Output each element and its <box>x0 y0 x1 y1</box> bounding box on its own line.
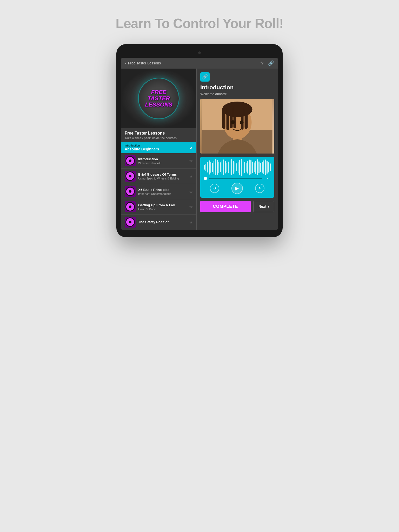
right-column: 🔗 Introduction Welcome aboard! <box>196 69 278 230</box>
top-bar: ‹ Free Taster Lessons ☆ 🔗 <box>121 58 278 69</box>
wave-bar <box>235 162 235 172</box>
wave-bar <box>230 160 230 175</box>
lesson-title: X5 Basic Principles <box>138 188 187 192</box>
lesson-text: Getting Up From A Fall How It's Done <box>138 203 187 211</box>
lesson-title: Introduction <box>138 157 187 161</box>
wave-bar <box>227 163 227 172</box>
svg-point-10 <box>231 120 235 124</box>
wave-bar <box>260 163 261 172</box>
back-navigation[interactable]: ‹ Free Taster Lessons <box>125 61 161 65</box>
tablet-frame: ‹ Free Taster Lessons ☆ 🔗 FREE TA <box>116 44 283 237</box>
lesson-thumbnail <box>125 171 136 182</box>
wave-bar <box>212 163 213 172</box>
wave-bar <box>225 161 225 174</box>
course-hero: FREE TASTER LESSONS <box>121 69 196 128</box>
favorite-icon[interactable]: ☆ <box>189 220 193 225</box>
wave-bar <box>247 161 248 174</box>
wave-bar <box>255 161 256 174</box>
left-column: FREE TASTER LESSONS Free Taster Lessons … <box>121 69 196 230</box>
progress-line <box>209 178 262 179</box>
module-name: Absolute Beginners <box>125 147 159 151</box>
play-button[interactable]: ▶ <box>231 183 243 194</box>
wave-bar <box>236 163 237 171</box>
next-button[interactable]: Next › <box>253 201 274 212</box>
wave-bar <box>268 162 269 172</box>
wave-bar <box>258 161 259 173</box>
course-subtitle: Take a sneak peek inside the courses <box>125 136 193 140</box>
progress-indicator <box>204 177 207 180</box>
wave-bar <box>215 159 216 175</box>
wave-bar <box>239 160 240 175</box>
action-bar: COMPLETE Next › <box>200 201 274 212</box>
hero-text: FREE TASTER LESSONS <box>145 89 172 108</box>
wave-bar <box>209 160 210 175</box>
wave-bar <box>207 162 208 172</box>
lesson-text: Brief Glossary Of Terms Using Specific W… <box>138 172 187 180</box>
wave-bar <box>265 159 266 175</box>
wave-bar <box>263 160 264 174</box>
tablet-screen: ‹ Free Taster Lessons ☆ 🔗 FREE TA <box>121 58 278 230</box>
lesson-list: Introduction Welcome aboard! ☆ Brief Glo… <box>121 153 196 230</box>
back-chevron-icon: ‹ <box>125 61 127 65</box>
wave-bar <box>218 162 219 173</box>
lesson-thumbnail <box>125 155 136 166</box>
list-item[interactable]: Getting Up From A Fall How It's Done ☆ <box>121 199 196 215</box>
progress-row: —•— <box>204 177 271 180</box>
wave-bar <box>270 163 271 171</box>
page-headline: Learn To Control Your Roll! <box>116 16 283 31</box>
lesson-thumbnail <box>125 217 136 228</box>
wave-bar <box>205 164 206 171</box>
lesson-subtitle: Welcome aboard! <box>138 162 187 165</box>
collapse-icon: ∧ <box>190 145 193 150</box>
wave-bar <box>210 162 211 173</box>
svg-rect-9 <box>241 107 243 130</box>
wave-bar <box>252 162 253 173</box>
lesson-text: X5 Basic Principles Important Understand… <box>138 188 187 195</box>
audio-player: —•— ↺ 15 ▶ ↻ 15 <box>200 157 274 198</box>
wave-bar <box>214 161 214 174</box>
wave-bar <box>249 159 250 175</box>
lesson-subtitle: Important Understandings <box>138 192 187 195</box>
complete-button[interactable]: COMPLETE <box>200 201 251 212</box>
svg-rect-7 <box>233 105 236 128</box>
next-label: Next <box>258 204 266 209</box>
wave-bar <box>246 163 247 172</box>
wave-bar <box>233 161 234 174</box>
wave-bar <box>223 159 224 175</box>
module-header[interactable]: Introduction Absolute Beginners ∧ <box>121 142 196 153</box>
link-icon[interactable]: 🔗 <box>268 60 274 66</box>
wave-bar <box>222 161 222 174</box>
list-item[interactable]: Brief Glossary Of Terms Using Specific W… <box>121 169 196 184</box>
lesson-title: The Safety Position <box>138 220 187 224</box>
link-badge: 🔗 <box>200 72 210 82</box>
wave-bar <box>241 159 242 176</box>
lesson-subtitle: Using Specific Wheels & Edging <box>138 177 187 180</box>
rewind-button[interactable]: ↺ 15 <box>210 184 219 193</box>
time-display: —•— <box>264 177 271 180</box>
course-info: Free Taster Lessons Take a sneak peek in… <box>121 128 196 142</box>
favorite-icon[interactable]: ☆ <box>189 158 193 163</box>
module-label: Introduction <box>125 144 159 147</box>
favorite-icon[interactable]: ☆ <box>189 204 193 209</box>
svg-rect-4 <box>222 108 225 129</box>
video-face <box>200 99 274 154</box>
list-item[interactable]: The Safety Position ☆ <box>121 215 196 230</box>
course-title: Free Taster Lessons <box>125 131 193 136</box>
wave-bar <box>267 161 267 174</box>
star-icon[interactable]: ☆ <box>260 60 264 66</box>
wave-bar <box>250 160 251 175</box>
wave-bar <box>231 159 232 175</box>
lesson-title: Brief Glossary Of Terms <box>138 172 187 176</box>
forward-button[interactable]: ↻ 15 <box>255 184 264 193</box>
wave-bar <box>204 165 205 170</box>
link-badge-icon: 🔗 <box>202 74 208 80</box>
video-thumbnail[interactable] <box>200 99 274 154</box>
list-item[interactable]: X5 Basic Principles Important Understand… <box>121 184 196 199</box>
favorite-icon[interactable]: ☆ <box>189 189 193 194</box>
list-item[interactable]: Introduction Welcome aboard! ☆ <box>121 153 196 169</box>
lesson-thumbnail <box>125 201 136 212</box>
lesson-thumbnail <box>125 186 136 197</box>
favorite-icon[interactable]: ☆ <box>189 174 193 179</box>
lesson-text: The Safety Position <box>138 220 187 224</box>
wave-bar <box>262 162 263 173</box>
